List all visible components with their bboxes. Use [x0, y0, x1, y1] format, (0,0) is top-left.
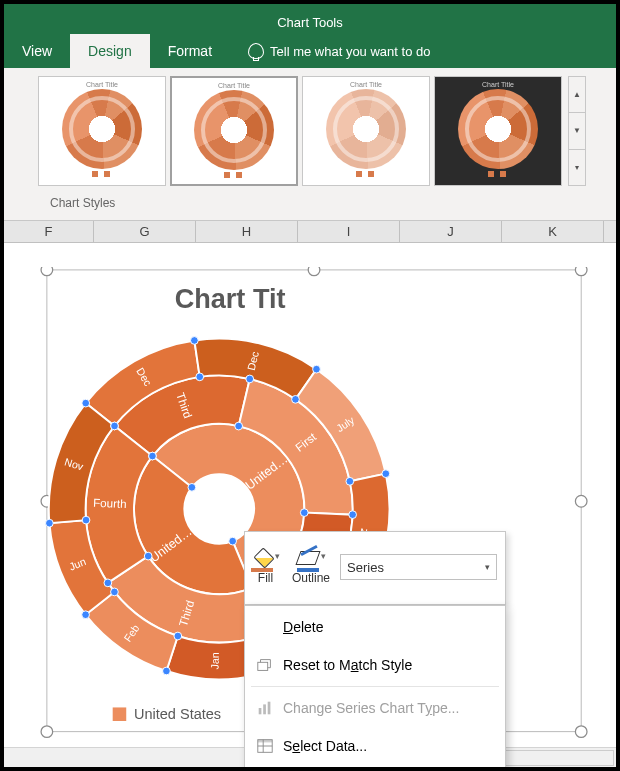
- chart-element-selector[interactable]: Series ▾: [340, 554, 497, 580]
- chart-style-2-selected[interactable]: Chart Title: [170, 76, 298, 186]
- chart-type-icon: [255, 698, 275, 718]
- ctx-delete[interactable]: Delete: [245, 608, 505, 646]
- svg-text:Fourth: Fourth: [93, 496, 127, 510]
- col-header[interactable]: F: [4, 221, 94, 242]
- col-header[interactable]: K: [502, 221, 604, 242]
- svg-point-3: [575, 267, 587, 276]
- reset-icon: [255, 655, 275, 675]
- svg-point-8: [575, 726, 587, 738]
- tab-design[interactable]: Design: [70, 34, 150, 68]
- svg-point-59: [144, 552, 152, 560]
- ctx-select-data[interactable]: Select Data...: [245, 727, 505, 765]
- col-header[interactable]: H: [196, 221, 298, 242]
- chevron-down-icon: ▾: [275, 551, 280, 561]
- gallery-more[interactable]: ▾: [569, 150, 585, 185]
- svg-point-49: [229, 537, 237, 545]
- mini-toolbar: ▾ Fill ▾ Outline Series ▾: [244, 531, 506, 605]
- contextual-tab-title: Chart Tools: [4, 4, 616, 34]
- svg-point-41: [174, 632, 182, 640]
- mini-outline-button[interactable]: ▾ Outline: [286, 532, 336, 604]
- ctx-3d-rotation: 3-D Rotation...: [245, 765, 505, 771]
- svg-point-60: [104, 579, 112, 587]
- svg-point-35: [346, 477, 354, 485]
- chart-style-1[interactable]: Chart Title: [38, 76, 166, 186]
- svg-rect-9: [113, 707, 127, 721]
- svg-point-2: [308, 267, 320, 276]
- col-header[interactable]: I: [298, 221, 400, 242]
- svg-point-52: [111, 422, 119, 430]
- col-header[interactable]: J: [400, 221, 502, 242]
- gallery-spinner[interactable]: ▲ ▼ ▾: [568, 76, 586, 186]
- chart-style-3[interactable]: Chart Title: [302, 76, 430, 186]
- svg-point-55: [300, 509, 308, 517]
- svg-rect-63: [263, 704, 266, 714]
- svg-point-5: [575, 495, 587, 507]
- svg-point-34: [313, 365, 321, 373]
- svg-point-44: [82, 611, 90, 619]
- svg-point-54: [246, 375, 254, 383]
- svg-point-31: [196, 373, 204, 381]
- svg-point-32: [191, 337, 199, 345]
- outline-icon: [297, 551, 319, 569]
- svg-point-56: [349, 511, 357, 519]
- fill-icon: [251, 551, 273, 569]
- svg-point-1: [41, 267, 53, 276]
- lightbulb-icon: [248, 43, 264, 59]
- chevron-down-icon: ▾: [321, 551, 326, 561]
- svg-point-36: [382, 470, 390, 478]
- chart-title[interactable]: Chart Tit: [175, 283, 286, 314]
- context-menu: Delete Reset to Match Style Change Serie…: [244, 605, 506, 771]
- select-data-icon: [255, 736, 275, 756]
- svg-point-45: [82, 516, 90, 524]
- chart-styles-gallery: Chart Title Chart Title Chart Title Char…: [4, 68, 616, 221]
- svg-rect-64: [268, 702, 271, 715]
- ctx-change-series-type: Change Series Chart Type...: [245, 689, 505, 727]
- svg-rect-62: [259, 708, 262, 714]
- gallery-scroll-down[interactable]: ▼: [569, 113, 585, 149]
- svg-point-33: [292, 395, 300, 403]
- mini-fill-button[interactable]: ▾ Fill: [245, 532, 286, 604]
- tab-format[interactable]: Format: [150, 34, 230, 68]
- ctx-reset-to-match[interactable]: Reset to Match Style: [245, 646, 505, 684]
- col-header[interactable]: G: [94, 221, 196, 242]
- chart-styles-group-label: Chart Styles: [4, 190, 616, 220]
- svg-text:Jan: Jan: [209, 652, 221, 669]
- svg-point-51: [149, 452, 157, 460]
- column-headers: F G H I J K: [4, 221, 616, 243]
- svg-point-43: [111, 588, 119, 596]
- chart-style-4[interactable]: Chart Title: [434, 76, 562, 186]
- svg-rect-61: [258, 662, 268, 670]
- svg-point-6: [41, 726, 53, 738]
- svg-point-42: [163, 667, 171, 675]
- app-window: Chart Tools View Design Format Tell me w…: [0, 0, 620, 771]
- svg-point-30: [82, 399, 90, 407]
- svg-point-46: [46, 519, 54, 527]
- svg-point-47: [188, 483, 196, 491]
- ribbon-tabs: View Design Format Tell me what you want…: [4, 34, 616, 68]
- worksheet-area[interactable]: Chart Tit United States Uni United…Unite…: [4, 243, 616, 747]
- svg-rect-66: [258, 740, 272, 743]
- chevron-down-icon: ▾: [485, 562, 490, 572]
- svg-text:United States: United States: [134, 706, 221, 722]
- tab-view[interactable]: View: [4, 34, 70, 68]
- gallery-scroll-up[interactable]: ▲: [569, 77, 585, 113]
- tell-me-search[interactable]: Tell me what you want to do: [230, 34, 448, 68]
- svg-point-53: [235, 422, 243, 430]
